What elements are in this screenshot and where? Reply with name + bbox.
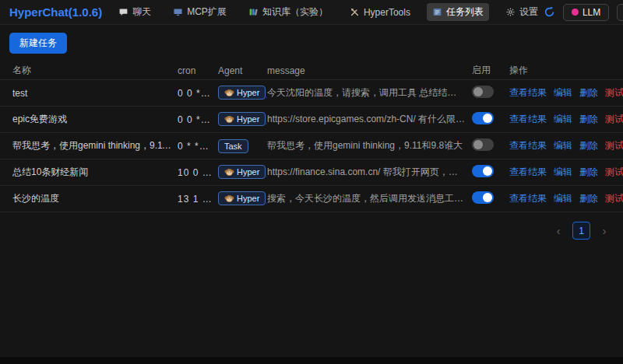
- pagination: ‹ 1 ›: [0, 212, 623, 240]
- nav-chat[interactable]: 聊天: [113, 3, 157, 21]
- delete-link[interactable]: 删除: [579, 166, 598, 179]
- table-header: 名称 cron Agent message 启用 操作: [0, 61, 623, 80]
- table-row: test 0 0 * * * Hyper 今天沈阳的温度，请搜索，调用工具 总结…: [0, 80, 623, 107]
- nav-mcp-label: MCP扩展: [187, 5, 227, 19]
- edit-link[interactable]: 编辑: [554, 113, 572, 126]
- view-results-link[interactable]: 查看结果: [509, 113, 547, 126]
- agent-badge: Hyper: [218, 191, 266, 205]
- enable-toggle[interactable]: [472, 138, 494, 151]
- monkey-icon: [224, 167, 234, 177]
- task-agent-cell: Hyper: [218, 112, 267, 127]
- new-task-button[interactable]: 新建任务: [9, 33, 67, 54]
- llm-button[interactable]: LLM: [563, 4, 609, 21]
- nav-hypertools[interactable]: HyperTools: [344, 5, 416, 20]
- agent-badge: Hyper: [218, 165, 266, 179]
- table-row: 总结10条财经新闻 10 0 * * * Hyper https://finan…: [0, 159, 623, 186]
- table-row: epic免费游戏 0 0 * * * Hyper https://store.e…: [0, 107, 623, 133]
- agent-label: Hyper: [237, 114, 259, 124]
- task-message: 帮我思考，使用gemini thinking，9.11和9.8谁大: [267, 139, 472, 152]
- monkey-icon: [224, 194, 234, 204]
- task-name: epic免费游戏: [12, 113, 178, 126]
- enable-toggle[interactable]: [472, 86, 494, 98]
- test-link[interactable]: 测试: [605, 139, 623, 152]
- settings-icon: [505, 7, 516, 17]
- task-name: 长沙的温度: [12, 192, 178, 205]
- test-link[interactable]: 测试: [605, 113, 623, 126]
- delete-link[interactable]: 删除: [579, 192, 598, 205]
- nav-knowledge-base[interactable]: 知识库（实验）: [243, 3, 333, 21]
- nav-hypertools-label: HyperTools: [364, 7, 410, 18]
- agent-badge: Task: [218, 139, 248, 153]
- agent-label: Hyper: [237, 194, 259, 203]
- task-actions: 查看结果 编辑 删除 测试: [509, 139, 623, 152]
- task-enabled-cell: [472, 165, 509, 180]
- delete-link[interactable]: 删除: [579, 113, 598, 126]
- nav-mcp-extension[interactable]: MCP扩展: [167, 3, 232, 21]
- edit-link[interactable]: 编辑: [554, 192, 572, 205]
- bottom-bar: [0, 357, 623, 364]
- knowledge-base-icon: [248, 7, 259, 17]
- nav-chat-label: 聊天: [132, 5, 151, 19]
- delete-link[interactable]: 删除: [579, 139, 598, 152]
- nav-knowledge-label: 知识库（实验）: [262, 5, 328, 19]
- llm-dot-icon: [572, 9, 579, 16]
- task-actions: 查看结果 编辑 删除 测试: [509, 86, 623, 100]
- agent-label: Task: [224, 142, 242, 151]
- task-enabled-cell: [472, 86, 509, 100]
- agent-label: Hyper: [237, 88, 259, 97]
- col-actions: 操作: [509, 64, 614, 77]
- test-link[interactable]: 测试: [605, 86, 623, 100]
- monkey-icon: [224, 114, 234, 124]
- view-results-link[interactable]: 查看结果: [509, 139, 547, 152]
- enable-toggle[interactable]: [472, 112, 494, 124]
- task-message: https://finance.sina.com.cn/ 帮我打开网页，总结今天…: [267, 166, 472, 179]
- toggle-knob: [483, 193, 492, 202]
- nav-settings-label: 设置: [519, 5, 538, 19]
- tools-icon: [350, 7, 360, 17]
- next-page-button[interactable]: ›: [598, 225, 611, 237]
- test-link[interactable]: 测试: [605, 192, 623, 205]
- nav-settings[interactable]: 设置: [500, 3, 544, 21]
- task-enabled-cell: [472, 191, 509, 206]
- mcp-extension-icon: [173, 7, 183, 17]
- toggle-knob: [473, 140, 483, 149]
- view-results-link[interactable]: 查看结果: [509, 166, 547, 179]
- edit-link[interactable]: 编辑: [554, 166, 572, 179]
- prev-page-button[interactable]: ‹: [552, 225, 565, 237]
- monkey-icon: [224, 88, 234, 98]
- view-results-link[interactable]: 查看结果: [509, 86, 547, 100]
- enable-toggle[interactable]: [472, 191, 494, 204]
- hyperchat-window: HyperChat(1.0.6) 聊天 MCP扩展 知识库（实验） HyperT…: [0, 0, 623, 364]
- task-message: https://store.epicgames.com/zh-CN/ 有什么限时…: [267, 113, 472, 126]
- top-bar: HyperChat(1.0.6) 聊天 MCP扩展 知识库（实验） HyperT…: [0, 0, 623, 25]
- task-agent-cell: Hyper: [218, 165, 267, 180]
- edit-link[interactable]: 编辑: [554, 139, 572, 152]
- agent-label: Hyper: [237, 167, 259, 177]
- agent-badge: Hyper: [218, 86, 266, 100]
- language-select[interactable]: 中文: [617, 4, 623, 21]
- enable-toggle[interactable]: [472, 165, 494, 177]
- toggle-knob: [483, 166, 492, 176]
- agent-badge: Hyper: [218, 112, 266, 126]
- chat-icon: [118, 7, 128, 17]
- nav-task-list-label: 任务列表: [446, 5, 484, 19]
- test-link[interactable]: 测试: [605, 166, 623, 179]
- task-agent-cell: Hyper: [218, 191, 267, 206]
- view-results-link[interactable]: 查看结果: [509, 192, 547, 205]
- task-enabled-cell: [472, 138, 509, 153]
- app-title: HyperChat(1.0.6): [9, 5, 102, 19]
- task-actions: 查看结果 编辑 删除 测试: [509, 192, 623, 205]
- main-nav: 聊天 MCP扩展 知识库（实验） HyperTools 任务列表 设置: [113, 3, 544, 21]
- task-list-page: 新建任务 名称 cron Agent message 启用 操作 test 0 …: [0, 25, 623, 240]
- toggle-knob: [483, 114, 492, 123]
- col-name: 名称: [12, 64, 178, 77]
- col-enabled: 启用: [472, 64, 509, 77]
- delete-link[interactable]: 删除: [579, 86, 598, 100]
- page-number[interactable]: 1: [572, 222, 590, 240]
- task-name: test: [12, 88, 178, 99]
- task-cron: 0 0 * * *: [178, 88, 218, 99]
- task-name: 总结10条财经新闻: [12, 166, 178, 179]
- update-icon[interactable]: [544, 6, 555, 18]
- nav-task-list[interactable]: 任务列表: [427, 3, 489, 21]
- edit-link[interactable]: 编辑: [554, 86, 572, 100]
